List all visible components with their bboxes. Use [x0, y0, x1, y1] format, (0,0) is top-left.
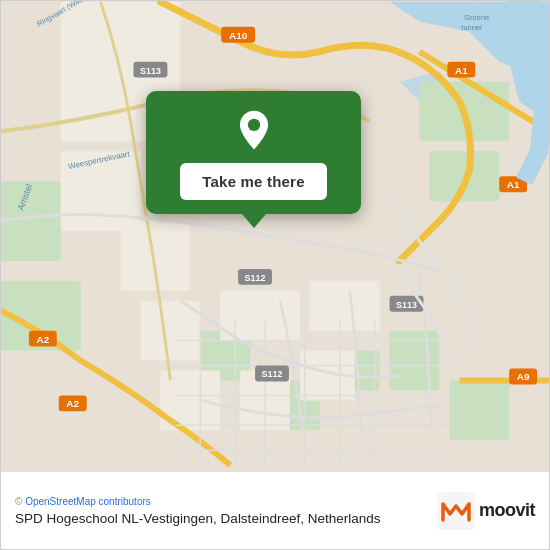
- svg-rect-15: [310, 281, 380, 331]
- svg-text:A2: A2: [66, 398, 79, 409]
- footer: © OpenStreetMap contributors SPD Hogesch…: [1, 471, 549, 549]
- svg-rect-8: [390, 331, 440, 391]
- footer-text-area: © OpenStreetMap contributors SPD Hogesch…: [15, 496, 425, 526]
- svg-text:S113: S113: [396, 300, 417, 310]
- svg-text:tunnel: tunnel: [461, 23, 482, 32]
- svg-text:A1: A1: [455, 65, 468, 76]
- svg-text:A10: A10: [229, 30, 248, 41]
- popup-bubble: Take me there: [146, 91, 361, 214]
- moovit-brand-text: moovit: [479, 500, 535, 521]
- place-name-text: SPD Hogeschool NL-Vestigingen, Dalsteind…: [15, 511, 304, 526]
- map-area: A10 A1 A1 A2 A2 A9 S112 S113 S11: [1, 1, 549, 471]
- moovit-logo-icon: [437, 492, 475, 530]
- copyright-symbol: ©: [15, 496, 22, 507]
- svg-point-56: [247, 119, 259, 131]
- copyright-text: © OpenStreetMap contributors: [15, 496, 425, 507]
- app-container: A10 A1 A1 A2 A2 A9 S112 S113 S11: [0, 0, 550, 550]
- svg-rect-9: [449, 380, 509, 440]
- svg-text:Groene: Groene: [464, 13, 489, 22]
- svg-text:A2: A2: [36, 334, 49, 345]
- svg-text:S112: S112: [245, 273, 266, 283]
- svg-text:A9: A9: [517, 371, 530, 382]
- map-svg: A10 A1 A1 A2 A2 A9 S112 S113 S11: [1, 1, 549, 471]
- place-name: SPD Hogeschool NL-Vestigingen, Dalsteind…: [15, 511, 425, 526]
- location-pin-icon: [232, 109, 276, 153]
- take-me-there-button[interactable]: Take me there: [180, 163, 326, 200]
- svg-text:S112: S112: [262, 369, 283, 379]
- country-text: Netherlands: [308, 511, 381, 526]
- svg-text:S113: S113: [140, 66, 161, 76]
- svg-text:A1: A1: [507, 179, 520, 190]
- osm-link[interactable]: OpenStreetMap contributors: [25, 496, 151, 507]
- moovit-logo: moovit: [437, 492, 535, 530]
